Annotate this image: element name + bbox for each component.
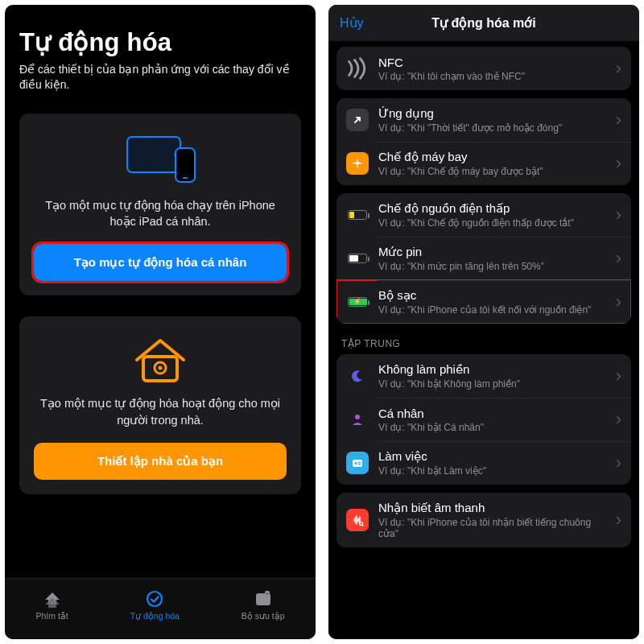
svg-text:+: +	[266, 591, 268, 596]
left-screen: Tự động hóa Để các thiết bị của bạn phản…	[5, 5, 316, 639]
chevron-right-icon: ›	[616, 58, 621, 79]
create-personal-automation-button[interactable]: Tạo mục tự động hóa cá nhân	[34, 244, 287, 281]
modal-title: Tự động hóa mới	[431, 15, 536, 31]
person-icon	[346, 408, 369, 431]
tab-label: Bộ sưu tập	[242, 611, 285, 621]
shortcuts-icon	[43, 590, 62, 608]
app-icon	[346, 109, 369, 131]
row-example: Ví dụ: "Khi mức pin tăng lên trên 50%"	[378, 261, 606, 272]
page-title: Tự động hóa	[19, 27, 301, 57]
row-title: Không làm phiền	[378, 362, 606, 377]
svg-rect-11	[358, 464, 361, 464]
cancel-button[interactable]: Hủy	[340, 15, 364, 31]
chevron-right-icon: ›	[616, 409, 621, 430]
tab-shortcuts[interactable]: Phím tắt	[35, 590, 68, 621]
chevron-right-icon: ›	[616, 204, 621, 225]
page-subtitle: Để các thiết bị của bạn phản ứng với các…	[19, 62, 301, 93]
home-card-desc: Tạo một mục tự động hóa hoạt động cho mọ…	[34, 395, 287, 428]
chevron-right-icon: ›	[616, 452, 621, 473]
chevron-right-icon: ›	[616, 153, 621, 174]
svg-point-3	[147, 592, 162, 606]
battery-charging-icon: ⚡	[346, 291, 369, 313]
airplane-icon	[346, 152, 369, 175]
row-title: Chế độ máy bay	[378, 150, 606, 164]
row-title: Bộ sạc	[378, 288, 606, 303]
svg-rect-8	[353, 460, 362, 467]
right-screen: Hủy Tự động hóa mới NFC Ví dụ: "Khi tôi …	[328, 5, 639, 639]
trigger-row-nfc[interactable]: NFC Ví dụ: "Khi tôi chạm vào thẻ NFC" ›	[336, 47, 631, 90]
row-example: Ví dụ: "Khi bật Cá nhân"	[378, 422, 606, 433]
trigger-row-dnd[interactable]: Không làm phiền Ví dụ: "Khi bật Không là…	[336, 354, 631, 398]
trigger-row-airplane[interactable]: Chế độ máy bay Ví dụ: "Khi Chế độ máy ba…	[336, 142, 631, 185]
modal-header: Hủy Tự động hóa mới	[328, 5, 639, 42]
setup-home-button[interactable]: Thiết lập nhà của bạn	[34, 443, 287, 480]
chevron-right-icon: ›	[616, 109, 621, 130]
trigger-list[interactable]: NFC Ví dụ: "Khi tôi chạm vào thẻ NFC" › …	[328, 42, 639, 639]
row-example: Ví dụ: "Khi tôi chạm vào thẻ NFC"	[378, 71, 606, 82]
row-example: Ví dụ: "Khi iPhone của tôi nhận biết tiế…	[378, 517, 606, 539]
chevron-right-icon: ›	[616, 510, 621, 530]
row-example: Ví dụ: "Khi Chế độ máy bay được bật"	[378, 166, 606, 177]
personal-card-desc: Tạo một mục tự động hóa chạy trên iPhone…	[34, 197, 287, 230]
row-example: Ví dụ: "Khi iPhone của tôi kết nối với n…	[378, 304, 606, 316]
tab-label: Tự động hóa	[130, 611, 180, 621]
tab-label: Phím tắt	[35, 611, 68, 621]
tab-gallery[interactable]: + Bộ sưu tập	[242, 590, 285, 621]
row-title: Chế độ nguồn điện thấp	[378, 201, 606, 216]
row-example: Ví dụ: "Khi "Thời tiết" được mở hoặc đón…	[378, 122, 606, 134]
row-title: Cá nhân	[378, 407, 606, 420]
trigger-row-battery-level[interactable]: Mức pin Ví dụ: "Khi mức pin tăng lên trê…	[336, 237, 631, 280]
personal-automation-card: Tạo một mục tự động hóa chạy trên iPhone…	[19, 114, 301, 296]
battery-low-icon	[346, 204, 369, 226]
devices-icon	[122, 133, 199, 183]
chevron-right-icon: ›	[616, 291, 621, 312]
sound-recognition-icon	[346, 509, 369, 531]
battery-level-icon	[346, 247, 369, 270]
chevron-right-icon: ›	[616, 248, 621, 269]
svg-point-7	[355, 415, 360, 419]
badge-icon	[346, 452, 369, 474]
trigger-row-app[interactable]: Ứng dụng Ví dụ: "Khi "Thời tiết" được mở…	[336, 98, 631, 142]
row-example: Ví dụ: "Khi Chế độ nguồn điện thấp được …	[378, 217, 606, 229]
section-header-focus: TẬP TRUNG	[328, 324, 639, 354]
trigger-row-personal-focus[interactable]: Cá nhân Ví dụ: "Khi bật Cá nhân" ›	[336, 398, 631, 441]
home-icon	[130, 336, 190, 384]
svg-line-13	[362, 525, 363, 526]
svg-rect-10	[358, 462, 361, 463]
trigger-row-work-focus[interactable]: Làm việc Ví dụ: "Khi bật Làm việc" ›	[336, 441, 631, 485]
row-title: Nhận biết âm thanh	[378, 501, 606, 515]
tab-automation[interactable]: Tự động hóa	[130, 590, 180, 621]
trigger-row-sound-recognition[interactable]: Nhận biết âm thanh Ví dụ: "Khi iPhone củ…	[336, 493, 631, 547]
nfc-icon	[346, 57, 369, 80]
row-example: Ví dụ: "Khi bật Làm việc"	[378, 465, 606, 477]
svg-point-2	[159, 366, 163, 370]
row-example: Ví dụ: "Khi bật Không làm phiền"	[378, 378, 606, 390]
trigger-row-charger[interactable]: ⚡ Bộ sạc Ví dụ: "Khi iPhone của tôi kết …	[336, 280, 631, 324]
svg-point-9	[354, 462, 357, 464]
tab-bar: Phím tắt Tự động hóa + Bộ sưu tập	[5, 578, 316, 639]
home-automation-card: Tạo một mục tự động hóa hoạt động cho mọ…	[19, 316, 301, 494]
row-title: NFC	[378, 56, 606, 69]
gallery-icon: +	[254, 590, 273, 608]
trigger-row-low-power[interactable]: Chế độ nguồn điện thấp Ví dụ: "Khi Chế đ…	[336, 193, 631, 237]
row-title: Ứng dụng	[378, 106, 606, 121]
row-title: Mức pin	[378, 245, 606, 259]
row-title: Làm việc	[378, 449, 606, 464]
chevron-right-icon: ›	[616, 365, 621, 386]
automation-icon	[145, 590, 164, 608]
moon-icon	[346, 365, 369, 387]
